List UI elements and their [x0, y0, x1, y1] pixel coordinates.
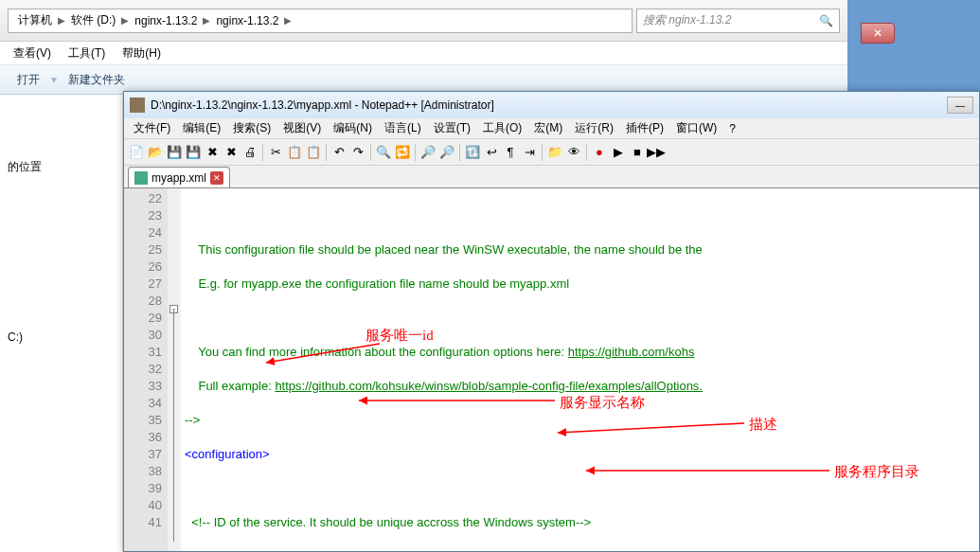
- allchars-icon[interactable]: ¶: [502, 144, 519, 161]
- menu-tools[interactable]: 工具(O): [477, 118, 527, 138]
- saveall-icon[interactable]: 💾: [185, 144, 202, 161]
- search-input[interactable]: 搜索 nginx-1.13.2 🔍: [636, 9, 840, 33]
- copy-icon[interactable]: 📋: [286, 144, 303, 161]
- separator: [415, 144, 416, 161]
- wrap-icon[interactable]: ↩: [483, 144, 500, 161]
- chevron-icon: ▶: [203, 15, 210, 26]
- zoomout-icon[interactable]: 🔎: [438, 144, 455, 161]
- app-icon: [130, 98, 145, 113]
- print-icon[interactable]: 🖨: [241, 144, 258, 161]
- find-icon[interactable]: 🔍: [375, 144, 392, 161]
- explorer-header: 计算机▶ 软件 (D:)▶ nginx-1.13.2▶ nginx-1.13.2…: [0, 0, 847, 42]
- playback-icon[interactable]: ▶▶: [648, 144, 665, 161]
- fold-column[interactable]: −: [168, 188, 181, 551]
- save-icon[interactable]: 💾: [166, 144, 183, 161]
- cut-icon[interactable]: ✂: [267, 144, 284, 161]
- file-icon: [134, 171, 148, 185]
- breadcrumb-item[interactable]: nginx-1.13.2: [210, 14, 284, 27]
- separator: [459, 144, 460, 161]
- monitor-icon[interactable]: 👁: [565, 144, 582, 161]
- menu-run[interactable]: 运行(R): [569, 118, 619, 138]
- search-placeholder: 搜索 nginx-1.13.2: [643, 12, 731, 28]
- menu-macro[interactable]: 宏(M): [528, 118, 568, 138]
- record-icon[interactable]: ●: [591, 144, 608, 161]
- minimize-button[interactable]: —: [947, 97, 973, 114]
- window-title: D:\nginx-1.13.2\nginx-1.13.2\myapp.xml -…: [151, 98, 941, 112]
- new-icon[interactable]: 📄: [128, 144, 145, 161]
- code-area[interactable]: This configuration file should be placed…: [181, 188, 979, 551]
- menu-edit[interactable]: 编辑(E): [177, 118, 226, 138]
- tab-myapp[interactable]: myapp.xml ✕: [128, 167, 230, 187]
- titlebar[interactable]: D:\nginx-1.13.2\nginx-1.13.2\myapp.xml -…: [124, 92, 979, 118]
- closeall-icon[interactable]: ✖: [223, 144, 240, 161]
- separator: [262, 144, 263, 161]
- undo-icon[interactable]: ↶: [330, 144, 347, 161]
- zoomin-icon[interactable]: 🔎: [419, 144, 437, 161]
- annotation-exec: 服务程序目录: [834, 463, 919, 480]
- menu-file[interactable]: 文件(F): [128, 118, 176, 138]
- menu-view[interactable]: 视图(V): [277, 118, 327, 138]
- tabbar: myapp.xml ✕: [124, 166, 979, 188]
- explorer-menubar: 查看(V) 工具(T) 帮助(H): [0, 42, 847, 64]
- annotation-name: 服务显示名称: [560, 394, 645, 411]
- toolbar-open[interactable]: 打开: [8, 69, 49, 91]
- menu-language[interactable]: 语言(L): [379, 118, 427, 138]
- search-icon[interactable]: 🔍: [819, 14, 833, 27]
- folder-icon[interactable]: 📁: [546, 144, 563, 161]
- paste-icon[interactable]: 📋: [305, 144, 322, 161]
- menubar: 文件(F) 编辑(E) 搜索(S) 视图(V) 编码(N) 语言(L) 设置(T…: [124, 118, 979, 139]
- chevron-icon: ▶: [58, 15, 65, 26]
- sync-icon[interactable]: 🔃: [464, 144, 481, 161]
- redo-icon[interactable]: ↷: [349, 144, 366, 161]
- close-button-fragment[interactable]: ✕: [861, 23, 895, 44]
- separator: [326, 144, 327, 161]
- sidebar-item[interactable]: C:): [6, 179, 116, 347]
- menu-plugins[interactable]: 插件(P): [620, 118, 669, 138]
- editor[interactable]: 2223242526272829303132333435363738394041…: [124, 188, 979, 551]
- menu-settings[interactable]: 设置(T): [428, 118, 476, 138]
- explorer-sidebar: 的位置 C:): [0, 95, 123, 552]
- replace-icon[interactable]: 🔁: [394, 144, 411, 161]
- play-icon[interactable]: ▶: [610, 144, 627, 161]
- line-numbers: 2223242526272829303132333435363738394041: [124, 188, 168, 551]
- menu-help[interactable]: ?: [723, 120, 741, 137]
- tab-close-icon[interactable]: ✕: [210, 171, 223, 185]
- stop-icon[interactable]: ■: [629, 144, 646, 161]
- toolbar-newfolder[interactable]: 新建文件夹: [59, 69, 134, 91]
- menu-encoding[interactable]: 编码(N): [328, 118, 378, 138]
- separator: [586, 144, 587, 161]
- open-icon[interactable]: 📂: [147, 144, 164, 161]
- toolbar: 📄 📂 💾 💾 ✖ ✖ 🖨 ✂ 📋 📋 ↶ ↷ 🔍 🔁 🔎 🔎 🔃 ↩ ¶ ⇥ …: [124, 139, 979, 166]
- menu-tools[interactable]: 工具(T): [61, 44, 113, 63]
- sidebar-item[interactable]: 的位置: [6, 102, 116, 179]
- chevron-icon: ▶: [284, 15, 292, 26]
- menu-window[interactable]: 窗口(W): [670, 118, 722, 138]
- separator: [542, 144, 543, 161]
- breadcrumb-item[interactable]: 计算机: [12, 12, 58, 28]
- separator: [370, 144, 371, 161]
- breadcrumb[interactable]: 计算机▶ 软件 (D:)▶ nginx-1.13.2▶ nginx-1.13.2…: [8, 9, 633, 33]
- menu-view[interactable]: 查看(V): [6, 44, 59, 63]
- chevron-icon: ▶: [121, 15, 129, 26]
- menu-help[interactable]: 帮助(H): [115, 44, 169, 63]
- annotation-id: 服务唯一id: [365, 327, 434, 344]
- notepadpp-window: D:\nginx-1.13.2\nginx-1.13.2\myapp.xml -…: [123, 91, 980, 552]
- indent-icon[interactable]: ⇥: [521, 144, 538, 161]
- breadcrumb-item[interactable]: 软件 (D:): [65, 12, 121, 28]
- menu-search[interactable]: 搜索(S): [227, 118, 276, 138]
- breadcrumb-item[interactable]: nginx-1.13.2: [129, 14, 203, 27]
- tab-label: myapp.xml: [151, 171, 206, 185]
- separator: ▾: [51, 73, 57, 86]
- close-icon[interactable]: ✖: [204, 144, 221, 161]
